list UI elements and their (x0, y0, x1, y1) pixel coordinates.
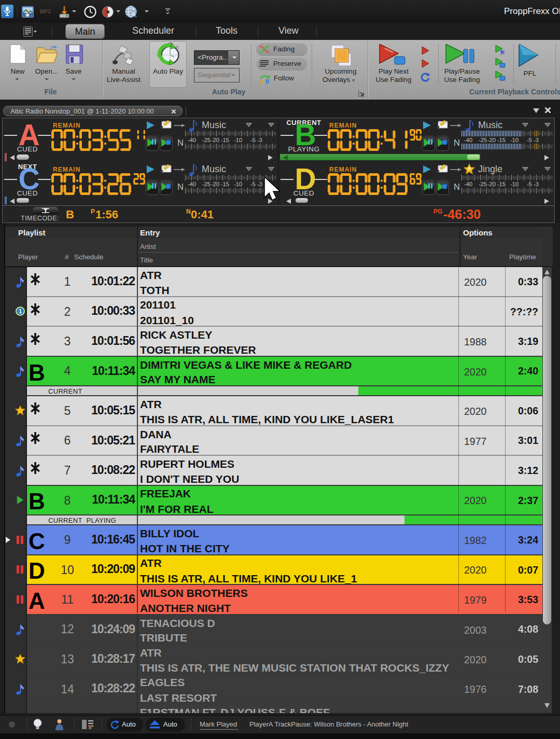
svg-text:B: B (265, 79, 269, 84)
svg-text:A: A (260, 79, 263, 84)
svg-text:1: 1 (19, 309, 22, 314)
